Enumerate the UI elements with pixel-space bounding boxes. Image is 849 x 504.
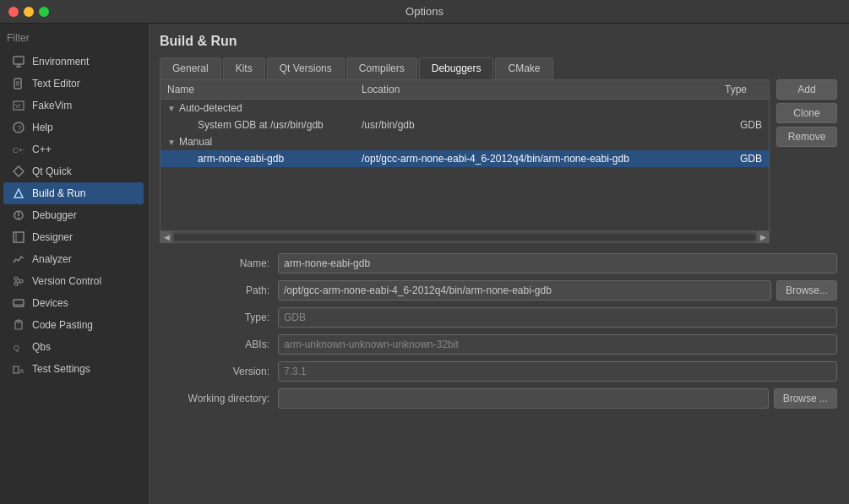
tab-debuggers[interactable]: Debuggers	[419, 57, 494, 79]
col-header-location: Location	[355, 80, 718, 99]
tab-compilers[interactable]: Compilers	[346, 57, 417, 79]
cell-name: ▼ Manual	[167, 136, 362, 148]
content-area: Build & Run General Kits Qt Versions Com…	[148, 24, 849, 504]
horizontal-scrollbar[interactable]: ◀ ▶	[161, 230, 769, 242]
sidebar-item-label: Text Editor	[32, 78, 80, 89]
workdir-label: Working directory:	[160, 393, 278, 404]
svg-marker-13	[14, 189, 23, 198]
sidebar-item-label: Devices	[32, 297, 68, 309]
svg-line-24	[18, 282, 19, 284]
cell-type: GDB	[711, 119, 762, 131]
tab-qt-versions[interactable]: Qt Versions	[267, 57, 345, 79]
remove-button[interactable]: Remove	[776, 127, 837, 147]
form-row-path: Path: Browse...	[160, 280, 837, 301]
qbs-icon: Q	[12, 340, 25, 354]
cell-name: System GDB at /usr/bin/gdb	[167, 119, 362, 131]
main-layout: Filter Environment Text Editor Vi FakeVi…	[0, 24, 849, 504]
sidebar: Filter Environment Text Editor Vi FakeVi…	[0, 24, 148, 504]
form-row-version: Version:	[160, 361, 837, 382]
path-label: Path:	[160, 285, 278, 296]
title-bar: Options	[0, 0, 849, 24]
add-button[interactable]: Add	[776, 79, 837, 100]
debuggers-table: Name Location Type ▼ Auto-detected	[160, 79, 770, 243]
sidebar-item-cpp[interactable]: C++ C++	[3, 138, 144, 160]
svg-point-21	[19, 279, 23, 283]
table-row[interactable]: ▼ Manual	[161, 133, 769, 150]
svg-rect-30	[14, 366, 19, 373]
sidebar-item-qbs[interactable]: Q Qbs	[3, 336, 144, 358]
sidebar-item-qt-quick[interactable]: Qt Quick	[3, 160, 144, 182]
window-title: Options	[405, 5, 444, 18]
tab-kits[interactable]: Kits	[223, 57, 265, 79]
sidebar-item-code-pasting[interactable]: Code Pasting	[3, 314, 144, 336]
cell-name: ▼ Auto-detected	[167, 102, 362, 114]
path-browse-button[interactable]: Browse...	[776, 280, 837, 301]
sidebar-item-label: Version Control	[32, 275, 101, 287]
sidebar-item-label: Qbs	[32, 341, 51, 353]
tabs-bar: General Kits Qt Versions Compilers Debug…	[160, 57, 837, 79]
debuggers-table-container: Name Location Type ▼ Auto-detected	[160, 79, 770, 243]
col-header-type: Type	[718, 80, 769, 99]
workdir-browse-button[interactable]: Browse ...	[774, 388, 837, 409]
form-row-type: Type:	[160, 307, 837, 328]
cell-location: /opt/gcc-arm-none-eabi-4_6-2012q4/bin/ar…	[362, 153, 711, 165]
tab-cmake[interactable]: CMake	[495, 57, 552, 79]
sidebar-item-text-editor[interactable]: Text Editor	[3, 73, 144, 95]
sidebar-item-designer[interactable]: Designer	[3, 226, 144, 248]
svg-point-16	[18, 217, 19, 219]
sidebar-item-label: Qt Quick	[32, 165, 72, 177]
expand-arrow: ▼	[167, 104, 176, 113]
vcs-icon	[12, 274, 25, 288]
table-row[interactable]: arm-none-eabi-gdb /opt/gcc-arm-none-eabi…	[161, 150, 769, 167]
svg-point-19	[14, 277, 18, 280]
sidebar-item-label: Code Pasting	[32, 319, 93, 331]
svg-text:?: ?	[18, 124, 22, 133]
cell-location: /usr/bin/gdb	[362, 119, 711, 131]
sidebar-filter-label: Filter	[0, 29, 147, 51]
minimize-button[interactable]	[24, 7, 34, 17]
sidebar-item-debugger[interactable]: Debugger	[3, 204, 144, 226]
help-icon: ?	[12, 121, 25, 134]
sidebar-item-help[interactable]: ? Help	[3, 117, 144, 138]
scroll-left-arrow[interactable]: ◀	[161, 231, 172, 243]
workdir-input[interactable]	[278, 388, 769, 409]
tab-general[interactable]: General	[160, 57, 221, 79]
type-label: Type:	[160, 312, 278, 323]
table-row[interactable]: System GDB at /usr/bin/gdb /usr/bin/gdb …	[161, 117, 769, 133]
sidebar-item-environment[interactable]: Environment	[3, 51, 144, 73]
svg-text:C++: C++	[13, 146, 24, 154]
path-input[interactable]	[278, 280, 771, 301]
close-button[interactable]	[8, 7, 19, 17]
build-icon	[12, 187, 25, 200]
svg-rect-25	[14, 300, 24, 306]
sidebar-item-label: C++	[32, 144, 52, 155]
sidebar-item-label: Analyzer	[32, 253, 72, 265]
maximize-button[interactable]	[39, 7, 49, 17]
abis-label: ABIs:	[160, 339, 278, 350]
svg-line-23	[18, 279, 19, 280]
sidebar-item-test-settings[interactable]: A Test Settings	[3, 358, 144, 380]
sidebar-item-devices[interactable]: Devices	[3, 292, 144, 314]
scroll-track[interactable]	[174, 234, 755, 241]
monitor-icon	[12, 55, 25, 68]
scroll-right-arrow[interactable]: ▶	[757, 231, 769, 243]
clone-button[interactable]: Clone	[776, 103, 837, 123]
sidebar-item-fakevim[interactable]: Vi FakeVim	[3, 95, 144, 117]
sidebar-item-analyzer[interactable]: Analyzer	[3, 248, 144, 270]
name-label: Name:	[160, 257, 278, 269]
fakevim-icon: Vi	[12, 99, 25, 112]
svg-text:Q: Q	[14, 344, 19, 352]
sidebar-item-label: Environment	[32, 56, 89, 68]
name-input[interactable]	[278, 253, 837, 274]
devices-icon	[12, 296, 25, 310]
version-label: Version:	[160, 366, 278, 377]
workdir-input-group: Browse ...	[278, 388, 837, 409]
details-form: Name: Path: Browse... Type: ABIs:	[160, 253, 837, 497]
window-controls[interactable]	[8, 7, 49, 17]
sidebar-item-version-control[interactable]: Version Control	[3, 270, 144, 292]
table-header: Name Location Type	[161, 80, 769, 100]
sidebar-item-build-run[interactable]: Build & Run	[3, 182, 144, 204]
table-row[interactable]: ▼ Auto-detected	[161, 100, 769, 117]
svg-marker-12	[14, 166, 24, 176]
type-input	[278, 307, 837, 328]
